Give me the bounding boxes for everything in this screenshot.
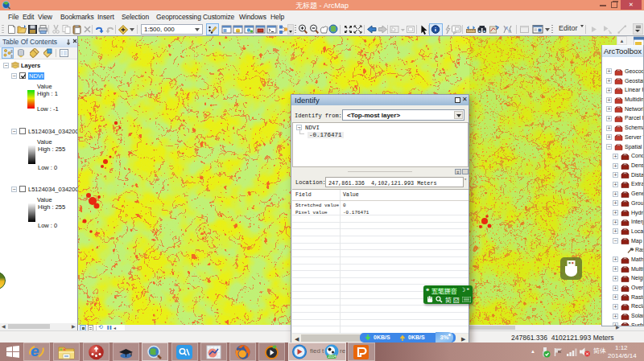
svg-text:Y: Y xyxy=(508,29,511,34)
svg-text:2014: 2014 xyxy=(328,355,337,359)
